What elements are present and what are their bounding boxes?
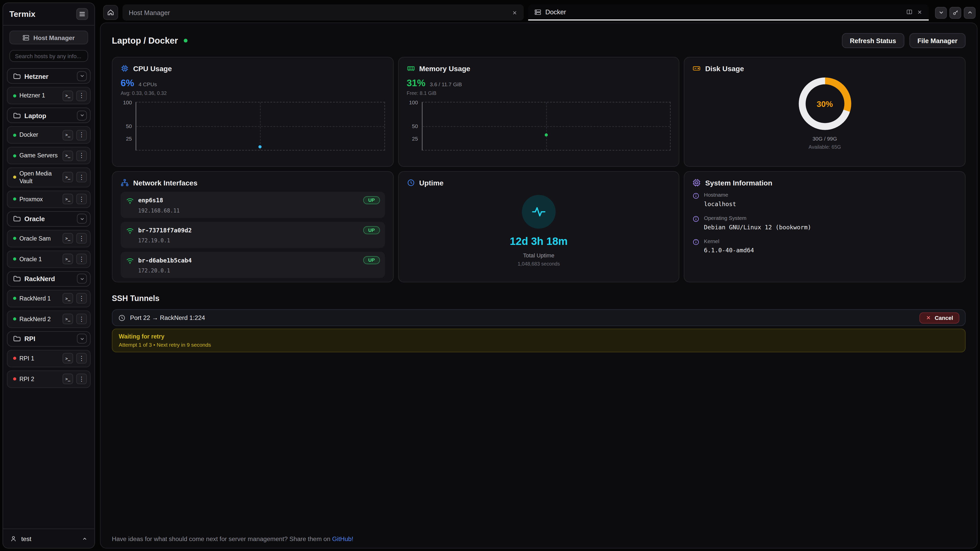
page-title: Laptop / Docker (112, 36, 178, 46)
tabbar-controls (933, 6, 977, 19)
host-item-oracle-1[interactable]: Oracle 1 >_ ⋮ (7, 250, 91, 268)
username: test (21, 535, 77, 542)
interface-name: br-d6abe1b5cab4 (138, 257, 360, 264)
close-icon (926, 315, 932, 321)
folder-hetzner[interactable]: Hetzner (7, 68, 91, 84)
ytick: 50 (126, 123, 132, 129)
github-link[interactable]: GitHub! (332, 535, 353, 542)
terminal-button[interactable]: >_ (62, 194, 73, 205)
split-view-icon[interactable] (906, 9, 912, 15)
ssh-keys-button[interactable] (950, 6, 961, 19)
refresh-status-button[interactable]: Refresh Status (842, 33, 904, 48)
host-item-proxmox[interactable]: Proxmox >_ ⋮ (7, 190, 91, 208)
terminal-button[interactable]: >_ (62, 233, 73, 244)
folder-laptop[interactable]: Laptop (7, 107, 91, 123)
host-item-racknerd-2[interactable]: RackNerd 2 >_ ⋮ (7, 310, 91, 328)
collapse-button[interactable] (935, 6, 947, 19)
card-title: Network Interfaces (133, 179, 197, 186)
kebab-icon: ⋮ (78, 132, 84, 138)
memory-detail: 3.6 / 11.7 GiB (430, 81, 462, 87)
dashboard-header: Laptop / Docker Refresh Status File Mana… (112, 33, 966, 48)
folder-rpi[interactable]: RPI (7, 331, 91, 346)
host-manager-button[interactable]: Host Manager (10, 30, 88, 44)
host-menu-button[interactable]: ⋮ (76, 172, 87, 183)
home-button[interactable] (103, 5, 118, 20)
folder-icon (13, 215, 21, 222)
interface-name: enp6s18 (138, 197, 360, 203)
tab-docker[interactable]: Docker (528, 4, 929, 21)
terminal-button[interactable]: >_ (62, 353, 73, 364)
folder-collapse-button[interactable] (77, 274, 87, 284)
network-icon (121, 179, 129, 187)
terminal-button[interactable]: >_ (62, 172, 73, 183)
card-title: System Information (705, 179, 772, 186)
stats-grid: CPU Usage 6% 4 CPUs Avg: 0.33, 0.36, 0.3… (112, 57, 966, 283)
host-menu-button[interactable]: ⋮ (76, 90, 87, 101)
memory-icon (407, 64, 415, 73)
terminal-button[interactable]: >_ (62, 314, 73, 324)
user-menu[interactable]: test (3, 529, 94, 548)
host-item-game-servers[interactable]: Game Servers >_ ⋮ (7, 147, 91, 165)
folder-collapse-button[interactable] (77, 71, 87, 81)
host-item-hetzner-1[interactable]: Hetzner 1 >_ ⋮ (7, 87, 91, 104)
host-name: Proxmox (19, 195, 59, 203)
terminal-button[interactable]: >_ (62, 374, 73, 384)
host-menu-button[interactable]: ⋮ (76, 374, 87, 384)
tunnel-row: Port 22 → RackNerd 1:224 Cancel (112, 309, 966, 326)
host-menu-button[interactable]: ⋮ (76, 254, 87, 265)
folder-collapse-button[interactable] (77, 333, 87, 344)
wifi-icon (126, 227, 134, 234)
tab-host-manager[interactable]: Host Manager (123, 4, 523, 21)
terminal-icon: >_ (65, 236, 70, 241)
host-name: RackNerd 1 (19, 295, 59, 302)
system-row: Kernel 6.1.0-40-amd64 (693, 238, 957, 254)
host-menu-button[interactable]: ⋮ (76, 194, 87, 205)
host-name: Docker (19, 131, 59, 138)
disk-detail: 30G / 99G (813, 135, 837, 141)
host-item-rpi-1[interactable]: RPI 1 >_ ⋮ (7, 350, 91, 367)
host-menu-button[interactable]: ⋮ (76, 314, 87, 324)
terminal-button[interactable]: >_ (62, 90, 73, 101)
host-menu-button[interactable]: ⋮ (76, 130, 87, 140)
host-menu-button[interactable]: ⋮ (76, 353, 87, 364)
folder-name: Oracle (24, 215, 73, 222)
kebab-icon: ⋮ (78, 316, 84, 322)
folder-oracle[interactable]: Oracle (7, 211, 91, 227)
terminal-button[interactable]: >_ (62, 150, 73, 161)
close-tab-icon[interactable] (917, 9, 923, 15)
divider (3, 25, 94, 25)
search-input[interactable] (10, 50, 88, 62)
host-item-open-media-vault[interactable]: Open Media Vault >_ ⋮ (7, 167, 91, 187)
interface-ip: 172.20.0.1 (138, 267, 380, 273)
sidebar-menu-button[interactable] (76, 8, 88, 20)
host-status-dot (13, 176, 16, 179)
terminal-icon: >_ (65, 175, 70, 180)
close-tab-icon[interactable] (511, 10, 517, 15)
folder-racknerd[interactable]: RackNerd (7, 271, 91, 286)
system-label: Hostname (704, 192, 736, 198)
expand-button[interactable] (964, 6, 976, 19)
app-window: Termix Host Manager Hetzner Hetzner 1 >_… (0, 0, 980, 551)
host-menu-button[interactable]: ⋮ (76, 150, 87, 161)
cpu-chart-yaxis: 100 50 25 (121, 102, 136, 151)
chevron-down-icon (79, 336, 85, 341)
kebab-icon: ⋮ (78, 196, 84, 202)
terminal-button[interactable]: >_ (62, 254, 73, 265)
cpu-icon (121, 64, 129, 73)
folder-collapse-button[interactable] (77, 214, 87, 224)
system-information-card: System Information Hostname localhost Op… (684, 171, 966, 283)
host-menu-button[interactable]: ⋮ (76, 233, 87, 244)
terminal-button[interactable]: >_ (62, 293, 73, 304)
host-item-racknerd-1[interactable]: RackNerd 1 >_ ⋮ (7, 290, 91, 307)
host-item-docker[interactable]: Docker >_ ⋮ (7, 126, 91, 144)
file-manager-button[interactable]: File Manager (909, 33, 966, 48)
terminal-button[interactable]: >_ (62, 130, 73, 140)
host-item-rpi-2[interactable]: RPI 2 >_ ⋮ (7, 370, 91, 388)
host-item-oracle-sam[interactable]: Oracle Sam >_ ⋮ (7, 230, 91, 248)
terminal-icon: >_ (65, 153, 70, 158)
host-menu-button[interactable]: ⋮ (76, 293, 87, 304)
folder-collapse-button[interactable] (77, 110, 87, 120)
ytick: 100 (409, 99, 418, 105)
system-value: localhost (704, 200, 736, 207)
cancel-tunnel-button[interactable]: Cancel (920, 312, 959, 323)
